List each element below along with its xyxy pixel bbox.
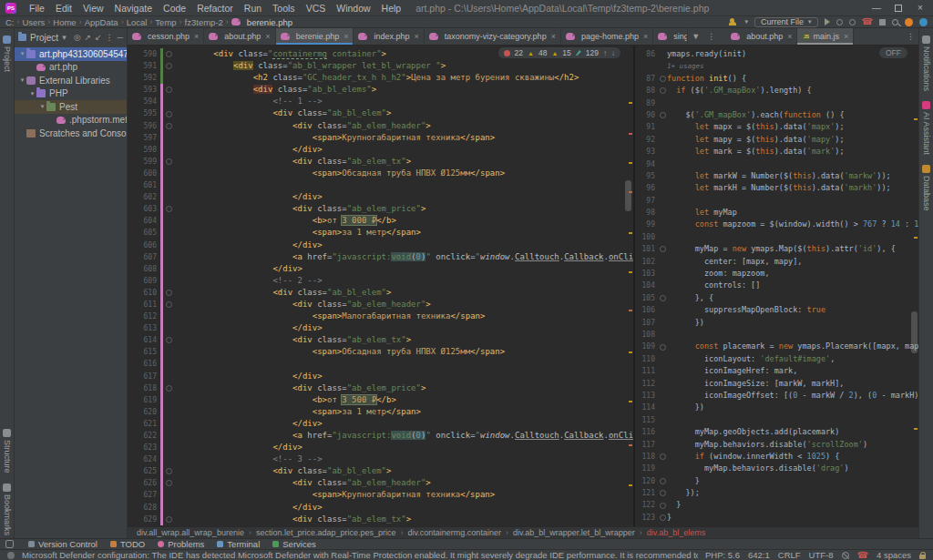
code-line[interactable]: 629 <div class="ab_elem_tx"> [128, 514, 633, 525]
code-line[interactable]: 108 [635, 329, 918, 341]
menu-view[interactable]: View [77, 3, 109, 14]
code-line[interactable]: 621 </div> [128, 418, 633, 430]
phone-status-icon[interactable]: ☎ [857, 551, 868, 560]
debug-button[interactable] [836, 19, 843, 25]
code-line[interactable]: 96 let markH = Number($(this).data('mark… [635, 182, 918, 194]
code-line[interactable]: 110 iconLayout: 'default#image', [635, 353, 918, 365]
breadcrumb-5[interactable]: div.ab_bl_elems [647, 528, 705, 537]
code-line[interactable]: 98 let myMap [635, 207, 918, 219]
code-line[interactable]: 596 <div class="ab_elem_header"> [128, 120, 633, 132]
editor-options-icon[interactable]: ⋮ [903, 28, 918, 45]
tab-page-home-php[interactable]: page-home.php× [561, 28, 653, 45]
code-line[interactable]: 104 controls: [] [635, 280, 918, 291]
code-line[interactable]: 92 let mapy = $(this).data('mapy'); [635, 134, 918, 146]
tool-stripe-database[interactable]: Database [922, 176, 931, 211]
code-line[interactable]: 111 iconImageHref: mark, [635, 365, 918, 377]
vertical-scrollbar[interactable] [911, 311, 918, 353]
menu-file[interactable]: File [24, 3, 50, 14]
hide-panel-icon[interactable]: ─ [118, 33, 123, 42]
path-segment[interactable]: fz3temp-2 [185, 17, 223, 27]
path-file[interactable]: berenie.php [231, 17, 292, 27]
search-everywhere-icon[interactable] [892, 19, 898, 25]
code-line[interactable]: 617 </div> [128, 371, 633, 382]
background-task-icon[interactable] [7, 552, 15, 559]
fold-marker[interactable] [163, 84, 174, 96]
fold-marker[interactable] [163, 514, 174, 525]
tree-item-external-libraries[interactable]: ▾External Libraries [15, 74, 127, 87]
prev-issue-icon[interactable]: ↑ [603, 49, 607, 57]
code-line[interactable]: 620 <span>за 1 метр</span> [128, 406, 633, 418]
tool-stripe-bookmarks[interactable]: Bookmarks [3, 494, 12, 535]
code-line[interactable]: 105 }, { [635, 292, 918, 304]
code-line[interactable]: 595 <div class="ab_bl_elem"> [128, 107, 633, 119]
code-line[interactable]: 1+ usages [635, 60, 918, 72]
tree-item-art-php[interactable]: art.php [15, 61, 127, 75]
code-line[interactable]: 117 myMap.behaviors.disable('scrollZoom'… [635, 439, 918, 451]
menu-window[interactable]: Window [331, 3, 375, 14]
code-line[interactable]: 97 [635, 195, 918, 207]
code-line[interactable]: 607 <a href="javascript:void(0)" onclick… [128, 251, 633, 263]
code-line[interactable]: 122 } [635, 499, 918, 511]
breadcrumb-2[interactable]: section.let_price.adap_price.pes_price [256, 528, 396, 537]
code-line[interactable]: 600 <span>Обсадная труба НПВХ Ø125мм</sp… [128, 168, 633, 179]
code-line[interactable]: 606 </div> [128, 239, 633, 251]
coverage-button[interactable] [849, 19, 856, 25]
tree-item-art-php4313060545477948745[interactable]: ▾art.php4313060545477948745 [15, 47, 127, 61]
breadcrumb-1[interactable]: div.all_wrap.all_wrap_burenie [137, 528, 244, 537]
code-line[interactable]: 115 [635, 414, 918, 426]
code-line[interactable]: 627 <span>Крупногабаритная техника</span… [128, 489, 633, 501]
code-line[interactable]: 608 </div> [128, 263, 633, 275]
fold-marker[interactable] [163, 465, 174, 477]
code-line[interactable]: 123} [635, 512, 918, 524]
tool-window-button-services[interactable]: Services [272, 539, 315, 549]
tree-item-php[interactable]: ▾PHP [15, 87, 127, 101]
fold-marker[interactable] [659, 487, 667, 499]
code-line[interactable]: 86ymaps.ready(init) [635, 48, 918, 60]
tab-close-icon[interactable]: × [551, 32, 556, 41]
collapse-icon[interactable]: ↙ [95, 33, 102, 42]
highlighting-off-widget[interactable]: OFF [879, 47, 907, 58]
tree-item-scratches-and-consoles[interactable]: Scratches and Consoles [15, 127, 127, 140]
breadcrumb-4[interactable]: div.ab_bl_wrapper.let_bl_wrapper [513, 528, 635, 537]
fold-marker[interactable] [163, 156, 174, 168]
code-line[interactable]: 601 [128, 179, 633, 191]
code-line[interactable]: 605 <span>за 1 метр</span> [128, 227, 633, 239]
menu-vcs[interactable]: VCS [301, 3, 332, 14]
code-line[interactable]: 90 $('.GM_mapBox').each(function () { [635, 109, 918, 121]
caret-position-widget[interactable]: 642:1 [748, 550, 770, 560]
tree-chevron-icon[interactable]: ▾ [18, 50, 26, 57]
code-line[interactable]: 604 <b>от 3 000 ₽</b> [128, 215, 633, 227]
tab-close-icon[interactable]: × [643, 32, 648, 41]
close-button[interactable]: × [915, 3, 926, 13]
fold-marker[interactable] [163, 203, 174, 215]
status-message[interactable]: Microsoft Defender configuration: The ID… [22, 550, 698, 560]
tool-window-button-terminal[interactable]: Terminal [217, 539, 260, 549]
fold-marker[interactable] [163, 48, 174, 60]
show-hidden-tabs-icon[interactable]: ▼ [688, 28, 703, 45]
code-line[interactable]: 619 <b>от 3 500 ₽</b> [128, 394, 633, 406]
tab-close-icon[interactable]: × [844, 32, 848, 41]
fold-marker[interactable] [659, 512, 667, 524]
code-line[interactable]: 594 <!-- 1 --> [128, 96, 633, 107]
fold-marker[interactable] [163, 477, 174, 489]
tree-item--phpstorm-meta-php[interactable]: .phpstorm.meta.php [15, 114, 127, 127]
path-segment[interactable]: Users [23, 17, 46, 27]
code-line[interactable]: 609 <!-- 2 --> [128, 275, 633, 287]
expand-icon[interactable]: ↗ [85, 33, 92, 42]
editor-berenie-php[interactable]: 22 ▲ 48 ▲ 15 129 ↑ ↓ 590 <div class="con… [128, 46, 635, 526]
inspections-disabled-icon[interactable] [842, 552, 849, 559]
tab-close-icon[interactable]: × [265, 32, 270, 41]
code-line[interactable]: 100 [635, 231, 918, 243]
tab-close-icon[interactable]: × [414, 32, 418, 41]
indent-widget[interactable]: 4 spaces [877, 550, 911, 560]
update-indicator-icon[interactable] [905, 18, 913, 26]
code-line[interactable]: 624 <!-- 3 --> [128, 453, 633, 465]
maximize-button[interactable] [895, 5, 902, 12]
fold-marker[interactable] [163, 60, 174, 72]
menu-refactor[interactable]: Refactor [191, 3, 239, 14]
tool-window-button-problems[interactable]: Problems [158, 539, 204, 549]
code-line[interactable]: 625 <div class="ab_bl_elem"> [128, 465, 633, 477]
code-line[interactable]: 613 </div> [128, 322, 633, 334]
fold-marker[interactable] [659, 109, 667, 121]
minimize-button[interactable]: — [871, 3, 882, 13]
